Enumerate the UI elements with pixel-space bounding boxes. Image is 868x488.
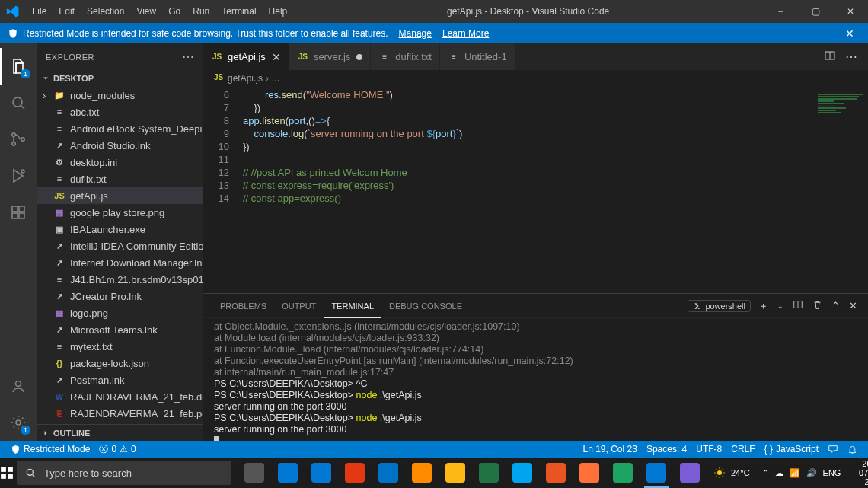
- taskbar-app[interactable]: [539, 458, 573, 488]
- file-item[interactable]: ⎘RAJENDRAVERMA_21_feb.pdf: [37, 405, 203, 422]
- maximize-panel-icon[interactable]: ⌃: [830, 300, 841, 311]
- app-icon: [345, 463, 365, 483]
- taskbar-app[interactable]: [606, 458, 640, 488]
- tray-cloud-icon[interactable]: ☁: [775, 468, 783, 478]
- dismiss-bar-button[interactable]: ✕: [839, 27, 860, 40]
- file-item[interactable]: ▦logo.png: [37, 305, 203, 321]
- status-spaces[interactable]: Spaces: 4: [642, 441, 691, 458]
- file-item[interactable]: ▦google play store.png: [37, 204, 203, 221]
- status-eol[interactable]: CRLF: [726, 441, 759, 458]
- minimize-button[interactable]: −: [763, 0, 798, 23]
- manage-link[interactable]: Manage: [399, 28, 432, 39]
- folder-header[interactable]: DESKTOP: [37, 70, 203, 87]
- tray-wifi-icon[interactable]: 📶: [790, 468, 800, 478]
- taskbar-clock[interactable]: 20:17 07-11-2021: [847, 459, 868, 486]
- status-encoding[interactable]: UTF-8: [691, 441, 726, 458]
- kill-terminal-icon[interactable]: [811, 300, 824, 312]
- close-panel-icon[interactable]: ✕: [847, 300, 859, 311]
- run-activity[interactable]: [0, 158, 37, 194]
- menu-run[interactable]: Run: [187, 0, 215, 23]
- file-item[interactable]: {}package-lock.json: [37, 355, 203, 372]
- file-item[interactable]: ↗Postman.lnk: [37, 372, 203, 388]
- learn-more-link[interactable]: Learn More: [442, 28, 489, 39]
- start-button[interactable]: [0, 458, 14, 488]
- svg-rect-5: [12, 206, 18, 212]
- status-feedback-icon[interactable]: [823, 441, 843, 458]
- terminal-shell-selector[interactable]: powershell: [688, 300, 751, 312]
- tab[interactable]: ≡duflix.txt: [371, 43, 440, 70]
- taskbar-app[interactable]: [338, 458, 372, 488]
- menu-help[interactable]: Help: [263, 0, 294, 23]
- panel-tab-problems[interactable]: PROBLEMS: [212, 294, 274, 318]
- file-item[interactable]: ≡J41.Bh1m.21.br.sdm0v13sp01nt.lol.m...: [37, 271, 203, 288]
- panel-tab-output[interactable]: OUTPUT: [274, 294, 324, 318]
- tab[interactable]: JSgetApi.js✕: [203, 43, 289, 70]
- close-button[interactable]: ✕: [833, 0, 868, 23]
- panel-tab-terminal[interactable]: TERMINAL: [324, 294, 381, 318]
- tab[interactable]: JSserver.js: [289, 43, 371, 70]
- status-lncol[interactable]: Ln 19, Col 23: [579, 441, 642, 458]
- menu-edit[interactable]: Edit: [53, 0, 81, 23]
- file-item[interactable]: ▣IBALauncher.exe: [37, 221, 203, 238]
- taskbar-app[interactable]: [271, 458, 305, 488]
- split-editor-icon[interactable]: [819, 49, 841, 65]
- maximize-button[interactable]: ▢: [798, 0, 833, 23]
- accounts-activity[interactable]: [0, 368, 37, 404]
- menu-go[interactable]: Go: [162, 0, 187, 23]
- explorer-activity[interactable]: 1: [0, 48, 37, 85]
- taskbar-app[interactable]: [640, 458, 673, 488]
- taskbar-search[interactable]: Type here to search: [17, 461, 231, 485]
- status-restricted[interactable]: Restricted Mode: [6, 441, 94, 458]
- tabs-more-icon[interactable]: ⋯: [841, 49, 862, 64]
- file-item[interactable]: ≡mytext.txt: [37, 338, 203, 355]
- tray-expand-icon[interactable]: ⌃: [762, 468, 769, 478]
- search-activity[interactable]: [0, 85, 37, 121]
- split-terminal-icon[interactable]: [791, 299, 805, 312]
- taskbar-app[interactable]: [439, 458, 472, 488]
- code-editor[interactable]: 67891011121314 res.send("Welcome HOME ")…: [203, 87, 868, 293]
- taskbar-app[interactable]: [573, 458, 606, 488]
- taskbar-app[interactable]: [673, 458, 707, 488]
- tab[interactable]: ≡Untitled-1: [440, 43, 515, 70]
- taskbar-app[interactable]: [238, 458, 271, 488]
- extensions-activity[interactable]: [0, 194, 37, 231]
- file-item[interactable]: ⚙desktop.ini: [37, 154, 203, 171]
- scm-activity[interactable]: [0, 121, 37, 158]
- taskbar-app[interactable]: [405, 458, 439, 488]
- taskbar-app[interactable]: [506, 458, 539, 488]
- file-item[interactable]: ↗Internet Download Manager.lnk: [37, 254, 203, 271]
- menu-view[interactable]: View: [130, 0, 162, 23]
- taskbar-app[interactable]: [372, 458, 405, 488]
- new-terminal-icon[interactable]: ＋: [757, 299, 770, 313]
- settings-activity[interactable]: 1: [0, 404, 37, 441]
- file-item[interactable]: WRAJENDRAVERMA_21_feb.docx: [37, 388, 203, 405]
- file-item[interactable]: ↗Microsoft Teams.lnk: [37, 321, 203, 338]
- file-item[interactable]: ↗Android Studio.lnk: [37, 137, 203, 154]
- status-errors[interactable]: ⓧ0 ⚠0: [94, 441, 140, 458]
- taskbar-app[interactable]: [305, 458, 338, 488]
- breadcrumb[interactable]: JS getApi.js › ...: [203, 70, 868, 87]
- file-item[interactable]: ≡duflix.txt: [37, 171, 203, 187]
- file-item[interactable]: ↗IntelliJ IDEA Community Edition 2020...: [37, 238, 203, 254]
- tray-lang[interactable]: ENG: [823, 468, 841, 477]
- terminal-split-arrow-icon[interactable]: ⌄: [776, 302, 785, 310]
- status-bell-icon[interactable]: [843, 441, 862, 458]
- taskbar-app[interactable]: [472, 458, 506, 488]
- weather-widget[interactable]: 24°C: [707, 466, 756, 480]
- outline-section[interactable]: OUTLINE: [37, 424, 203, 441]
- tab-close-icon[interactable]: ✕: [272, 51, 281, 63]
- status-lang[interactable]: { }JavaScript: [760, 441, 823, 458]
- tray-volume-icon[interactable]: 🔊: [806, 468, 817, 478]
- menu-file[interactable]: File: [26, 0, 53, 23]
- menu-selection[interactable]: Selection: [81, 0, 130, 23]
- file-item[interactable]: ↗JCreator Pro.lnk: [37, 288, 203, 305]
- minimap[interactable]: [815, 87, 868, 293]
- terminal-body[interactable]: at Object.Module._extensions..js (intern…: [203, 318, 868, 441]
- file-item[interactable]: ≡Android eBook System_Deepika_Mo...: [37, 120, 203, 137]
- menu-terminal[interactable]: Terminal: [215, 0, 262, 23]
- sidebar-more-icon[interactable]: ⋯: [182, 49, 195, 64]
- file-item[interactable]: JSgetApi.js: [37, 187, 203, 204]
- folder-item[interactable]: ›📁node_modules: [37, 87, 203, 104]
- panel-tab-debug console[interactable]: DEBUG CONSOLE: [381, 294, 470, 318]
- file-item[interactable]: ≡abc.txt: [37, 104, 203, 120]
